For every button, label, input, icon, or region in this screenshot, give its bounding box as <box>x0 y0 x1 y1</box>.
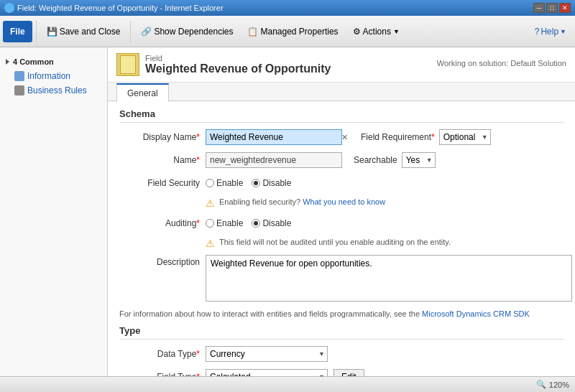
help-label: Help <box>540 27 558 37</box>
description-label: Description <box>119 255 206 267</box>
warning-icon: ⚠ <box>206 197 215 209</box>
maximize-button[interactable]: □ <box>546 3 558 13</box>
auditing-row: Auditing* Enable Disable <box>119 215 564 232</box>
sidebar-common-header: 4 Common <box>0 55 107 69</box>
common-label: 4 Common <box>13 57 54 66</box>
header-left: Field Weighted Revenue of Opportunity <box>116 53 331 76</box>
field-requirement-select[interactable]: Optional <box>439 129 491 145</box>
display-name-control: ✕ Field Requirement* Optional <box>206 129 564 145</box>
info-text-row: For information about how to interact wi… <box>119 309 564 318</box>
searchable-select-wrapper: Yes <box>402 152 436 168</box>
actions-dropdown-arrow: ▼ <box>393 28 400 35</box>
auditing-disable-radio[interactable] <box>252 219 260 228</box>
tab-general-label: General <box>127 88 158 98</box>
help-dropdown-arrow: ▼ <box>560 28 566 35</box>
status-bar: 🔍 120% <box>0 376 575 392</box>
display-name-label: Display Name* <box>119 132 206 142</box>
field-requirement-label: Field Requirement* <box>361 132 435 142</box>
page-icon <box>116 53 139 76</box>
auditing-disable[interactable]: Disable <box>252 218 291 228</box>
app-icon <box>4 3 14 13</box>
close-button[interactable]: ✕ <box>559 3 571 13</box>
description-row: Description Weighted Revenue for open op… <box>119 255 564 304</box>
field-type-select[interactable]: Calculated <box>206 369 328 376</box>
warning-text: Enabling field security? What you need t… <box>219 197 385 206</box>
searchable-select[interactable]: Yes <box>402 152 436 168</box>
name-row: Name* Searchable Yes <box>119 151 564 169</box>
data-type-select-wrapper: Currency <box>206 346 328 362</box>
name-label: Name* <box>119 155 206 165</box>
security-link[interactable]: What you need to know <box>303 197 385 206</box>
description-control: Weighted Revenue for open opportunities. <box>206 255 572 304</box>
display-name-input[interactable] <box>206 129 342 145</box>
data-type-control: Currency <box>206 346 564 362</box>
show-deps-label: Show Dependencies <box>154 27 233 37</box>
collapse-icon <box>6 59 9 65</box>
sidebar: 4 Common Information Business Rules <box>0 47 108 376</box>
name-control: Searchable Yes <box>206 152 564 168</box>
tab-general[interactable]: General <box>116 83 169 102</box>
breadcrumb-area: Field Weighted Revenue of Opportunity <box>145 54 331 75</box>
sidebar-item-information[interactable]: Information <box>0 69 107 83</box>
managed-props-button[interactable]: 📋 Managed Properties <box>241 19 344 45</box>
actions-label: Actions <box>363 27 391 37</box>
auditing-label: Auditing* <box>119 218 206 228</box>
window-controls: ─ □ ✕ <box>533 3 571 13</box>
edit-button[interactable]: Edit <box>334 369 364 376</box>
file-button[interactable]: File <box>3 21 32 42</box>
title-bar-text: Field: Weighted Revenue of Opportunity -… <box>17 4 224 12</box>
auditing-enable-radio[interactable] <box>206 219 214 228</box>
help-button[interactable]: ? Help ▼ <box>529 24 572 39</box>
data-type-label: Data Type* <box>119 349 206 359</box>
field-security-label: Field Security <box>119 178 206 188</box>
field-security-row: Field Security Enable Disable <box>119 174 564 192</box>
props-icon: 📋 <box>247 27 258 37</box>
business-rules-label: Business Rules <box>27 85 87 95</box>
disable-radio[interactable] <box>252 179 260 187</box>
field-security-enable[interactable]: Enable <box>206 178 243 188</box>
toolbar-divider-2 <box>130 21 131 42</box>
data-type-select[interactable]: Currency <box>206 346 328 362</box>
field-security-warning-row: ⚠ Enabling field security? What you need… <box>206 197 564 209</box>
field-type-row: Field Type* Calculated Edit <box>119 368 564 376</box>
sdk-link[interactable]: Microsoft Dynamics CRM SDK <box>422 309 530 318</box>
description-textarea[interactable]: Weighted Revenue for open opportunities. <box>206 255 572 302</box>
save-icon: 💾 <box>47 27 58 37</box>
page-title: Weighted Revenue of Opportunity <box>145 62 331 75</box>
page-icon-inner <box>120 55 136 74</box>
display-name-row: Display Name* ✕ Field Requirement* Optio <box>119 129 564 146</box>
information-label: Information <box>27 71 70 81</box>
toolbar: File 💾 Save and Close 🔗 Show Dependencie… <box>0 16 575 47</box>
type-section-title: Type <box>119 325 564 340</box>
form-area: Schema Display Name* ✕ Field Requirement… <box>108 101 575 376</box>
field-type-control: Calculated Edit <box>206 369 564 376</box>
minimize-button[interactable]: ─ <box>533 3 545 13</box>
business-rules-icon <box>14 85 24 95</box>
content-area: Field Weighted Revenue of Opportunity Wo… <box>108 47 575 376</box>
disable-label: Disable <box>262 178 291 188</box>
tabs-bar: General <box>108 83 575 101</box>
auditing-warning-icon: ⚠ <box>206 238 215 249</box>
save-close-label: Save and Close <box>60 27 121 37</box>
sidebar-item-business-rules[interactable]: Business Rules <box>0 83 107 98</box>
sidebar-common-group: 4 Common Information Business Rules <box>0 53 107 99</box>
deps-icon: 🔗 <box>141 27 152 37</box>
clear-button[interactable]: ✕ <box>341 133 348 142</box>
field-security-disable[interactable]: Disable <box>252 178 291 188</box>
zoom-icon: 🔍 <box>536 380 546 389</box>
save-close-button[interactable]: 💾 Save and Close <box>40 19 127 45</box>
auditing-enable-label: Enable <box>216 218 243 228</box>
toolbar-divider-1 <box>36 21 37 42</box>
field-type-select-wrapper: Calculated <box>206 369 328 376</box>
breadcrumb: Field <box>145 54 331 62</box>
show-deps-button[interactable]: 🔗 Show Dependencies <box>134 19 239 45</box>
name-input[interactable] <box>206 152 342 168</box>
zoom-level: 120% <box>549 381 569 389</box>
information-icon <box>14 71 24 81</box>
enable-radio[interactable] <box>206 179 214 187</box>
field-security-control: Enable Disable <box>206 178 564 188</box>
auditing-warning-row: ⚠ This field will not be audited until y… <box>206 238 564 249</box>
auditing-enable[interactable]: Enable <box>206 218 243 228</box>
actions-button[interactable]: ⚙ Actions ▼ <box>346 19 406 45</box>
content-header: Field Weighted Revenue of Opportunity Wo… <box>108 47 575 83</box>
